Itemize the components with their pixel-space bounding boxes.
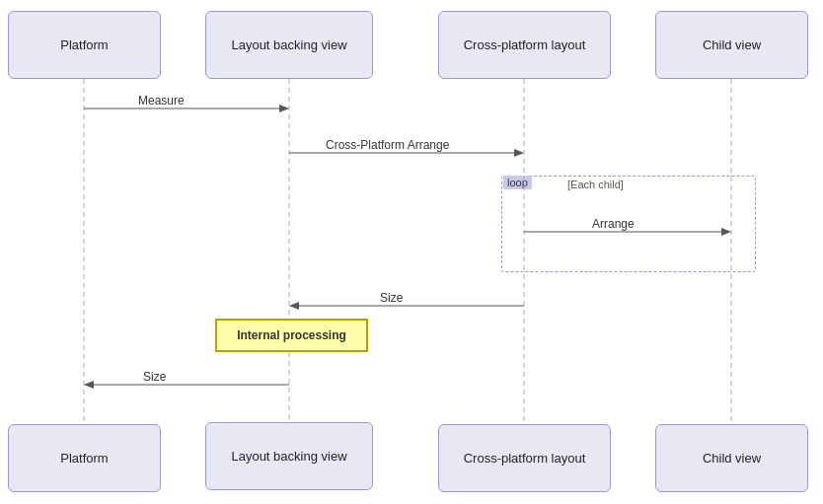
label-cross-platform-arrange: Cross-Platform Arrange xyxy=(326,138,449,152)
label-size-from-layout: Size xyxy=(143,370,166,384)
processing-box: Internal processing xyxy=(215,319,368,352)
svg-marker-12 xyxy=(289,302,299,310)
lifeline-child-view-bottom: Child view xyxy=(655,424,808,492)
loop-condition: [Each child] xyxy=(567,179,624,190)
lifeline-cross-platform-bottom: Cross-platform layout xyxy=(438,424,611,492)
svg-marker-8 xyxy=(514,149,524,157)
label-size-from-cross: Size xyxy=(380,291,403,305)
svg-marker-6 xyxy=(279,105,289,112)
loop-label: loop xyxy=(503,176,532,189)
label-arrange: Arrange xyxy=(592,217,635,231)
lifeline-platform-top: Platform xyxy=(8,11,161,79)
lifeline-layout-backing-top: Layout backing view xyxy=(205,11,373,79)
label-measure: Measure xyxy=(138,94,185,108)
lifeline-platform-bottom: Platform xyxy=(8,424,161,492)
svg-marker-14 xyxy=(84,381,94,389)
sequence-diagram: Platform Layout backing view Cross-platf… xyxy=(0,0,823,504)
lifeline-cross-platform-top: Cross-platform layout xyxy=(438,11,611,79)
lifeline-child-view-top: Child view xyxy=(655,11,808,79)
lifeline-layout-backing-bottom: Layout backing view xyxy=(205,422,373,490)
